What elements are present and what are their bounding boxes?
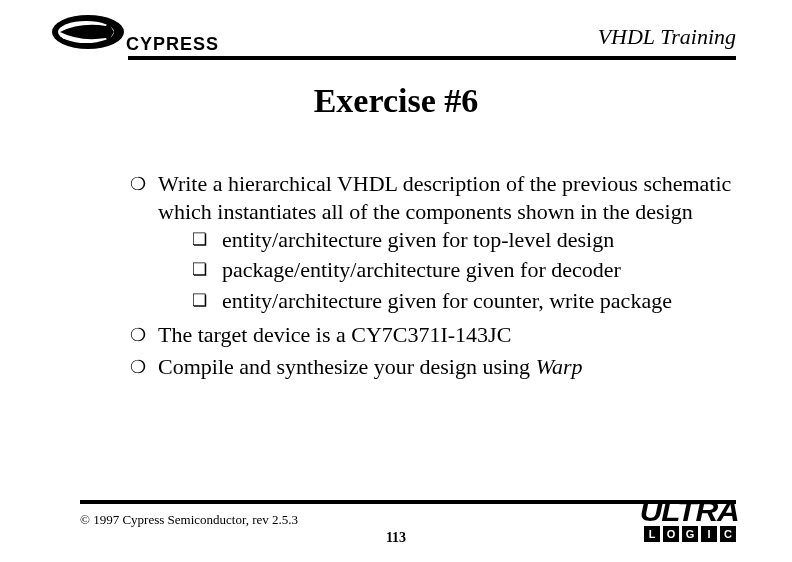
ultra-letter: L xyxy=(644,526,660,542)
bullet-item: ❍ The target device is a CY7C371I-143JC xyxy=(130,321,732,349)
bullet-text: The target device is a CY7C371I-143JC xyxy=(158,321,732,349)
square-bullet-icon: ❏ xyxy=(192,287,222,315)
sub-bullet-text: package/entity/architecture given for de… xyxy=(222,256,732,284)
header-title: VHDL Training xyxy=(598,24,736,50)
slide-title: Exercise #6 xyxy=(0,82,792,120)
sub-bullet-text: entity/architecture given for counter, w… xyxy=(222,287,732,315)
ultra-letter: I xyxy=(701,526,717,542)
copyright: © 1997 Cypress Semiconductor, rev 2.5.3 xyxy=(80,512,298,528)
sub-list: ❏ entity/architecture given for top-leve… xyxy=(192,226,732,314)
sub-bullet-text: entity/architecture given for top-level … xyxy=(222,226,732,254)
ultra-letter: O xyxy=(663,526,679,542)
header: CYPRESS VHDL Training xyxy=(50,18,736,64)
ultra-word: ULTRA xyxy=(639,496,738,526)
sub-bullet-item: ❏ package/entity/architecture given for … xyxy=(192,256,732,284)
ultra-boxes: L O G I C xyxy=(644,526,736,542)
sub-bullet-item: ❏ entity/architecture given for top-leve… xyxy=(192,226,732,254)
square-bullet-icon: ❏ xyxy=(192,226,222,254)
square-bullet-icon: ❏ xyxy=(192,256,222,284)
cypress-logo: CYPRESS xyxy=(50,12,230,62)
bullet-text: Compile and synthesize your design using… xyxy=(158,353,732,381)
bullet-item: ❍ Compile and synthesize your design usi… xyxy=(130,353,732,381)
bullet-text-italic: Warp xyxy=(536,354,583,379)
bullet-text-prefix: Compile and synthesize your design using xyxy=(158,354,536,379)
circle-bullet-icon: ❍ xyxy=(130,353,158,381)
circle-bullet-icon: ❍ xyxy=(130,170,158,317)
bullet-text: Write a hierarchical VHDL description of… xyxy=(158,171,731,224)
slide-page: CYPRESS VHDL Training Exercise #6 ❍ Writ… xyxy=(0,0,792,562)
circle-bullet-icon: ❍ xyxy=(130,321,158,349)
ultra-logic-logo: ULTRA L O G I C xyxy=(576,498,736,546)
content: ❍ Write a hierarchical VHDL description … xyxy=(130,170,732,385)
ultra-letter: G xyxy=(682,526,698,542)
ultra-letter: C xyxy=(720,526,736,542)
brand-text: CYPRESS xyxy=(126,34,219,54)
header-rule xyxy=(128,56,736,60)
bullet-item: ❍ Write a hierarchical VHDL description … xyxy=(130,170,732,317)
sub-bullet-item: ❏ entity/architecture given for counter,… xyxy=(192,287,732,315)
